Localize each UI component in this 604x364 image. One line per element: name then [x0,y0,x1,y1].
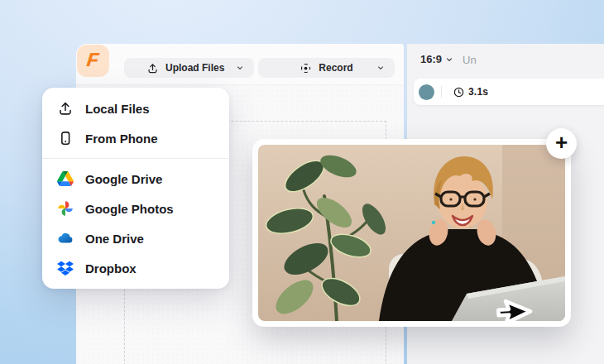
dropbox-icon [56,261,74,276]
app-logo-letter: F [86,50,100,71]
upload-dropdown-menu: Local Files From Phone [42,88,229,289]
menu-item-dropbox[interactable]: Dropbox [42,253,229,283]
photo-woman-smiling [258,145,565,321]
upload-files-button[interactable]: Upload Files [124,58,254,78]
media-photo-card[interactable] [252,139,571,327]
upload-icon [146,62,159,74]
menu-item-label: One Drive [85,232,144,246]
onedrive-icon [56,230,74,247]
menu-item-label: Local Files [85,102,150,116]
timeline-clip-bar[interactable]: 3.1s [414,79,604,105]
aspect-ratio-selector[interactable]: 16:9 [420,53,453,65]
menu-divider [42,158,229,159]
chevron-down-icon [445,55,453,64]
record-label: Record [319,62,352,74]
record-icon [300,62,312,74]
clip-duration: 3.1s [468,86,488,98]
plus-icon: + [555,132,568,153]
app-logo[interactable]: F [77,45,109,77]
menu-item-google-photos[interactable]: Google Photos [42,194,229,223]
undo-button-truncated[interactable]: Un [463,54,477,66]
chevron-down-icon[interactable] [376,64,385,72]
menu-item-label: Google Drive [85,172,162,186]
google-drive-icon [56,171,74,186]
menu-item-label: Google Photos [85,202,174,216]
add-media-button[interactable]: + [546,128,577,159]
clip-color-dot [419,84,434,100]
upload-icon [56,100,74,117]
menu-item-label: From Phone [85,132,158,146]
divider [441,86,442,98]
menu-item-from-phone[interactable]: From Phone [42,123,229,153]
menu-item-local-files[interactable]: Local Files [42,93,229,123]
record-button[interactable]: Record [258,58,395,78]
menu-item-label: Dropbox [85,261,137,275]
google-photos-icon [56,200,74,217]
upload-files-label: Upload Files [165,62,224,74]
chevron-down-icon[interactable] [236,64,244,72]
aspect-ratio-value: 16:9 [420,53,442,65]
clock-icon [453,86,465,98]
phone-icon [56,130,74,146]
menu-item-google-drive[interactable]: Google Drive [42,164,229,194]
flexclip-editor-screenshot: F Upload Files Record [0,0,604,364]
menu-item-one-drive[interactable]: One Drive [42,223,229,253]
